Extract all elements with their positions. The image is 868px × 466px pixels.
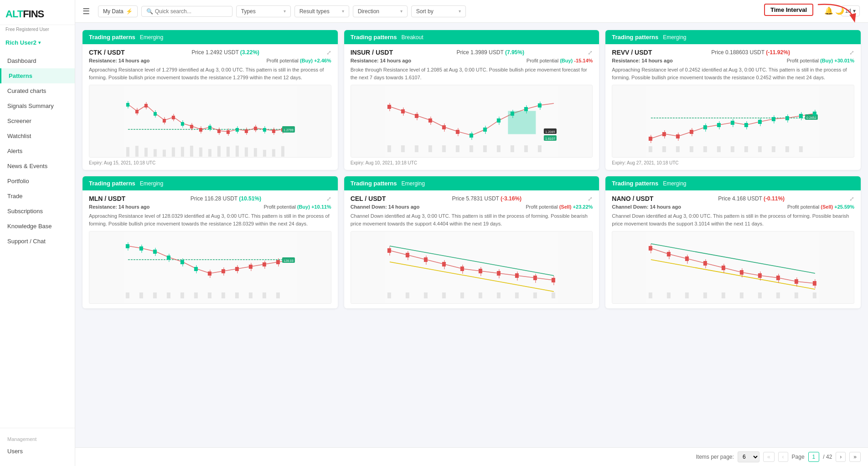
svg-rect-232: [776, 276, 780, 280]
card-description: Channel Down identified at Aug 3, 0:00 U…: [351, 212, 593, 227]
types-label: Types: [241, 8, 256, 15]
svg-rect-240: [685, 292, 689, 298]
last-page-button[interactable]: »: [849, 452, 861, 462]
sidebar-item-patterns[interactable]: Patterns: [0, 68, 75, 83]
svg-rect-178: [235, 292, 239, 298]
svg-rect-95: [483, 145, 486, 152]
expand-icon[interactable]: ⤢: [849, 195, 854, 202]
svg-rect-108: [676, 134, 680, 138]
svg-rect-80: [496, 118, 500, 123]
expand-icon[interactable]: ⤢: [588, 49, 593, 56]
svg-rect-53: [245, 147, 248, 157]
pattern-card: Trading patterns Emerging REVV / USDT Pr…: [605, 30, 861, 170]
sidebar-item-screener[interactable]: Screener: [0, 113, 75, 128]
card-pair: INSUR / USDT: [351, 49, 393, 56]
price-change: (7.95%): [505, 49, 524, 56]
card-header-type: Emerging: [663, 34, 686, 41]
management-label: Management: [0, 432, 75, 444]
svg-rect-104: [649, 137, 652, 141]
search-input[interactable]: [155, 8, 227, 15]
svg-rect-238: [649, 292, 652, 298]
expand-icon[interactable]: ⤢: [326, 49, 331, 56]
svg-rect-88: [387, 145, 391, 152]
svg-rect-54: [254, 148, 257, 157]
svg-rect-64: [387, 105, 391, 109]
expand-icon[interactable]: ⤢: [326, 195, 331, 202]
search-box[interactable]: 🔍: [141, 6, 232, 17]
svg-rect-90: [414, 145, 418, 152]
profit-direction: (Buy): [560, 58, 573, 63]
card-pair: NANO / USDT: [612, 195, 653, 202]
chart-area: [351, 231, 593, 304]
sort-by-dropdown[interactable]: Sort by ▾: [411, 5, 466, 17]
main-content: ☰ My Data ⚡ 🔍 Types ▾ Result types ▾ Dir…: [75, 0, 868, 466]
items-per-page-select[interactable]: 6 12 24: [738, 451, 760, 462]
time-interval-button[interactable]: Time Interval: [764, 4, 813, 16]
svg-rect-55: [263, 149, 266, 156]
card-header-label: Trading patterns: [89, 34, 135, 41]
expand-icon[interactable]: ⤢: [588, 195, 593, 202]
user-menu[interactable]: Rich User2 ▾: [0, 36, 75, 50]
svg-rect-193: [460, 266, 464, 271]
sidebar-item-support-chat[interactable]: Support / Chat: [0, 234, 75, 249]
sidebar-item-subscriptions[interactable]: Subscriptions: [0, 204, 75, 219]
sidebar-item-alerts[interactable]: Alerts: [0, 143, 75, 159]
svg-rect-164: [249, 265, 253, 269]
sidebar-item-curated-charts[interactable]: Curated charts: [0, 83, 75, 98]
topbar: ☰ My Data ⚡ 🔍 Types ▾ Result types ▾ Dir…: [75, 0, 868, 23]
card-price-info: Price 1.3989 USDT (7.95%): [456, 49, 524, 56]
svg-rect-139: [772, 146, 775, 152]
chevron-down-icon: ▾: [459, 9, 461, 14]
svg-rect-146: [126, 244, 129, 248]
svg-rect-191: [442, 262, 445, 266]
next-page-button[interactable]: ›: [836, 452, 846, 462]
svg-rect-236: [813, 281, 816, 286]
svg-rect-89: [401, 145, 404, 152]
svg-rect-195: [478, 269, 482, 273]
svg-rect-118: [744, 123, 748, 127]
chevron-down-icon: ▾: [853, 8, 856, 14]
svg-rect-72: [442, 125, 445, 129]
sidebar-bottom: Management Users: [0, 428, 75, 466]
result-types-dropdown[interactable]: Result types ▾: [294, 5, 349, 17]
svg-rect-98: [524, 145, 527, 152]
expand-icon[interactable]: ⤢: [849, 49, 854, 56]
chart-area: 1.2799: [89, 85, 331, 158]
sidebar-item-knowledge-base[interactable]: Knowledge Base: [0, 219, 75, 234]
svg-text:1.2799: 1.2799: [284, 128, 294, 132]
card-description: Channel Down identified at Aug 3, 0:00 U…: [612, 212, 854, 227]
sidebar-item-users[interactable]: Users: [0, 444, 75, 459]
svg-rect-211: [496, 292, 500, 298]
card-header-label: Trading patterns: [351, 180, 397, 187]
svg-rect-0: [124, 86, 297, 157]
sidebar-item-trade[interactable]: Trade: [0, 189, 75, 204]
user-role: Free Registered User: [0, 25, 75, 36]
card-title-row: INSUR / USDT Price 1.3989 USDT (7.95%) ⤢: [351, 49, 593, 56]
hamburger-icon[interactable]: ☰: [83, 6, 90, 16]
svg-rect-137: [744, 146, 748, 152]
card-body: MLN / USDT Price 116.28 USDT (10.51%) ⤢ …: [83, 190, 338, 308]
svg-rect-176: [208, 292, 212, 298]
pattern-card: Trading patterns Emerging MLN / USDT Pri…: [83, 176, 338, 308]
sidebar-item-watchlist[interactable]: Watchlist: [0, 128, 75, 143]
svg-rect-213: [533, 292, 537, 298]
dark-mode-toggle[interactable]: 🌙: [835, 6, 844, 15]
my-data-button[interactable]: My Data ⚡: [98, 5, 138, 17]
card-body: INSUR / USDT Price 1.3989 USDT (7.95%) ⤢…: [344, 44, 599, 170]
sidebar-item-portfolio[interactable]: Portfolio: [0, 174, 75, 189]
svg-rect-212: [515, 292, 518, 298]
sidebar-item-dashboard[interactable]: Dashboard: [0, 53, 75, 68]
logo-container: ALTFINS: [0, 0, 75, 25]
sidebar-item-news-events[interactable]: News & Events: [0, 159, 75, 174]
result-types-label: Result types: [300, 8, 330, 15]
prev-page-button[interactable]: ‹: [778, 452, 788, 462]
direction-dropdown[interactable]: Direction ▾: [353, 5, 408, 17]
chevron-down-icon: ▾: [284, 9, 286, 14]
card-description: Approaching Resistance level of 128.0329…: [89, 212, 331, 227]
first-page-button[interactable]: «: [763, 452, 775, 462]
svg-rect-224: [703, 261, 707, 266]
sidebar-item-signals-summary[interactable]: Signals Summary: [0, 98, 75, 113]
notification-icon[interactable]: 🔔: [824, 6, 833, 15]
types-dropdown[interactable]: Types ▾: [236, 5, 291, 17]
card-header-label: Trading patterns: [612, 180, 658, 187]
